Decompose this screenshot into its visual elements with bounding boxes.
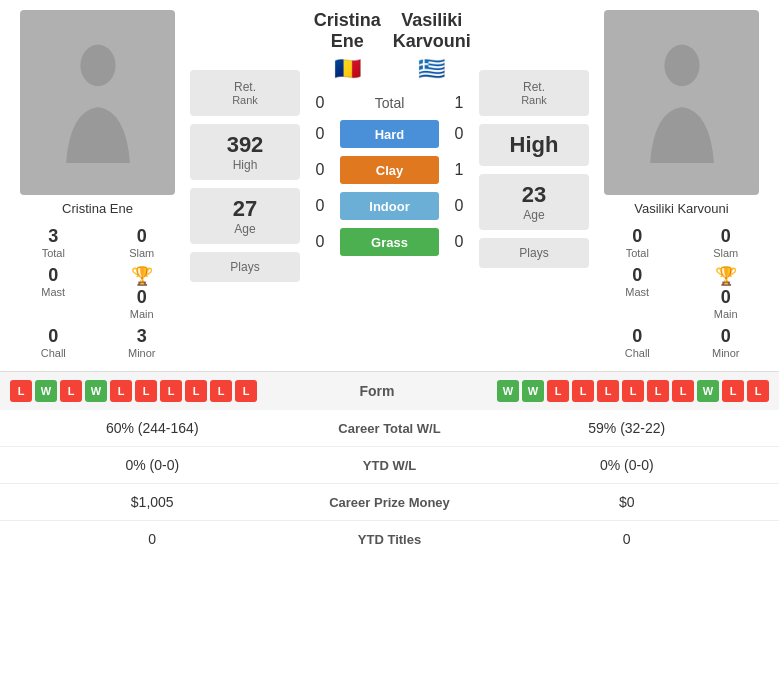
right-player-title: Vasiliki Karvouni [390, 10, 475, 52]
left-rank-box: Ret. Rank [190, 70, 300, 116]
left-total-label: Total [42, 247, 65, 259]
clay-left-score: 0 [305, 161, 335, 179]
right-center-stats: Ret. Rank High 23 Age Plays [479, 10, 589, 361]
right-rank-box: Ret. Rank [479, 70, 589, 116]
hard-left-score: 0 [305, 125, 335, 143]
total-row: 0 Total 1 [305, 94, 474, 112]
right-trophy-icon: 🏆 [715, 265, 737, 287]
form-badge: W [497, 380, 519, 402]
stats-left-val: 0% (0-0) [15, 457, 290, 473]
stats-right-val: 0 [490, 531, 765, 547]
stats-left-val: $1,005 [15, 494, 290, 510]
career-stats-rows: 60% (244-164)Career Total W/L59% (32-22)… [0, 410, 779, 557]
grass-left-score: 0 [305, 233, 335, 251]
total-label: Total [340, 95, 439, 111]
right-total-label: Total [626, 247, 649, 259]
form-badge: L [10, 380, 32, 402]
form-badge: W [697, 380, 719, 402]
grass-right-score: 0 [444, 233, 474, 251]
indoor-badge: Indoor [340, 192, 439, 220]
left-total-value: 3 [48, 226, 58, 247]
left-slam-label: Slam [129, 247, 154, 259]
left-high-box: 392 High [190, 124, 300, 180]
form-badge: L [135, 380, 157, 402]
stats-row: 60% (244-164)Career Total W/L59% (32-22) [0, 410, 779, 447]
right-mast-label: Mast [625, 286, 649, 298]
right-age-box: 23 Age [479, 174, 589, 230]
right-form-badges: WWLLLLLLWLL [497, 380, 769, 402]
left-mast-value: 0 [48, 265, 58, 286]
scores-center: Cristina Ene 🇷🇴 Vasiliki Karvouni 🇬🇷 0 T… [300, 10, 479, 361]
form-label: Form [337, 383, 417, 399]
stats-center-label: Career Total W/L [290, 421, 490, 436]
form-badge: L [622, 380, 644, 402]
stats-center-label: Career Prize Money [290, 495, 490, 510]
form-badge: L [210, 380, 232, 402]
right-plays-label: Plays [499, 246, 569, 260]
left-age-value: 27 [210, 196, 280, 222]
left-rank-sub: Rank [210, 94, 280, 106]
left-main-label: Main [130, 308, 154, 320]
form-badge: W [522, 380, 544, 402]
left-main-value: 0 [137, 287, 147, 308]
left-player-title: Cristina Ene [305, 10, 390, 52]
right-player-name: Vasiliki Karvouni [634, 201, 728, 216]
total-right-score: 1 [444, 94, 474, 112]
right-minor-value: 0 [721, 326, 731, 347]
right-high-value: High [499, 132, 569, 158]
left-mast-label: Mast [41, 286, 65, 298]
right-rank-label: Ret. [499, 80, 569, 94]
right-chall-label: Chall [625, 347, 650, 359]
left-player-card: Cristina Ene 3 Total 0 Slam 0 Mast 🏆 0 [10, 10, 185, 361]
left-chall-label: Chall [41, 347, 66, 359]
left-player-name: Cristina Ene [62, 201, 133, 216]
form-badge: L [235, 380, 257, 402]
right-slam-value: 0 [721, 226, 731, 247]
left-plays-label: Plays [210, 260, 280, 274]
right-plays-box: Plays [479, 238, 589, 268]
right-total-value: 0 [632, 226, 642, 247]
form-badge: L [185, 380, 207, 402]
left-slam-value: 0 [137, 226, 147, 247]
right-minor-label: Minor [712, 347, 740, 359]
form-badge: W [35, 380, 57, 402]
form-badge: L [160, 380, 182, 402]
left-chall-value: 0 [48, 326, 58, 347]
stats-row: $1,005Career Prize Money$0 [0, 484, 779, 521]
stats-right-val: 59% (32-22) [490, 420, 765, 436]
grass-badge: Grass [340, 228, 439, 256]
stats-left-val: 0 [15, 531, 290, 547]
right-main-label: Main [714, 308, 738, 320]
svg-point-1 [664, 44, 699, 86]
grass-row: 0 Grass 0 [305, 228, 474, 256]
left-form-badges: LWLWLLLLLL [10, 380, 257, 402]
left-player-avatar [20, 10, 175, 195]
left-age-label: Age [210, 222, 280, 236]
form-badge: L [110, 380, 132, 402]
indoor-right-score: 0 [444, 197, 474, 215]
left-minor-label: Minor [128, 347, 156, 359]
total-left-score: 0 [305, 94, 335, 112]
right-mast-value: 0 [632, 265, 642, 286]
stats-row: 0% (0-0)YTD W/L0% (0-0) [0, 447, 779, 484]
right-high-box: High [479, 124, 589, 166]
form-badge: L [572, 380, 594, 402]
hard-right-score: 0 [444, 125, 474, 143]
stats-right-val: 0% (0-0) [490, 457, 765, 473]
indoor-left-score: 0 [305, 197, 335, 215]
right-age-label: Age [499, 208, 569, 222]
stats-row: 0YTD Titles0 [0, 521, 779, 557]
main-container: Cristina Ene 3 Total 0 Slam 0 Mast 🏆 0 [0, 0, 779, 557]
stats-right-val: $0 [490, 494, 765, 510]
left-high-label: High [210, 158, 280, 172]
form-section: LWLWLLLLLL Form WWLLLLLLWLL [0, 371, 779, 410]
left-plays-box: Plays [190, 252, 300, 282]
left-rank-label: Ret. [210, 80, 280, 94]
stats-left-val: 60% (244-164) [15, 420, 290, 436]
stats-center-label: YTD W/L [290, 458, 490, 473]
form-badge: L [547, 380, 569, 402]
form-badge: L [672, 380, 694, 402]
form-badge: L [722, 380, 744, 402]
right-player-card: Vasiliki Karvouni 0 Total 0 Slam 0 Mast … [594, 10, 769, 361]
right-slam-label: Slam [713, 247, 738, 259]
